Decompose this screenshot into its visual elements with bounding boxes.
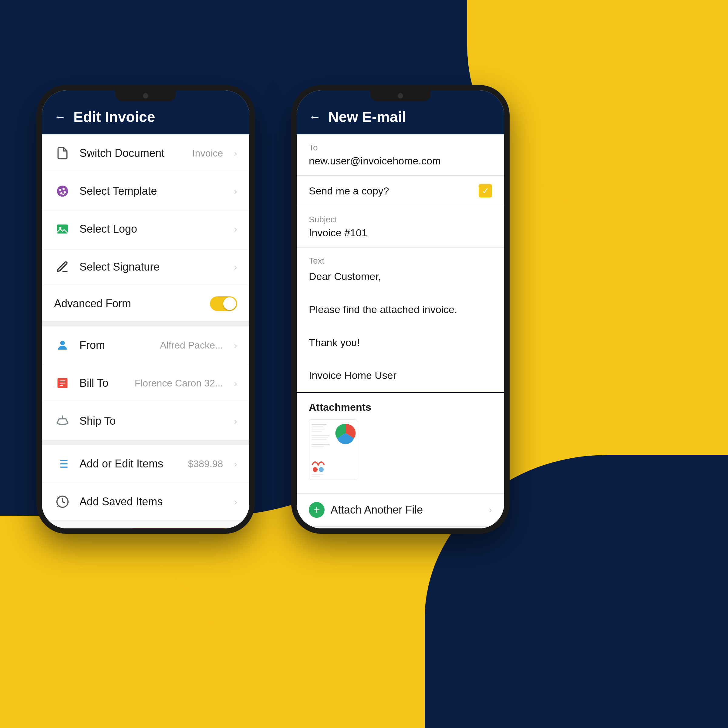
add-edit-items-value: $389.98 [188,458,223,470]
advanced-form-label: Advanced Form [54,297,210,310]
add-edit-items-label: Add or Edit Items [80,457,180,470]
send-btn-container: ▶ Send E-mail [297,526,504,528]
bill-to-value: Florence Caron 32... [135,378,223,389]
svg-point-7 [60,341,65,345]
menu-item-add-edit-items[interactable]: Add or Edit Items $389.98 › [42,445,249,483]
notch-right [370,90,431,101]
camera-left [143,93,148,99]
menu-item-select-logo[interactable]: Select Logo › [42,210,249,248]
copy-checkbox[interactable]: ✓ [479,184,492,197]
notch-left [115,90,176,101]
from-label: From [80,339,151,352]
chevron-icon: › [234,458,237,470]
history-icon [54,493,71,510]
right-phone-title: New E-mail [328,109,406,125]
image-icon [54,220,71,237]
chevron-icon: › [234,340,237,351]
save-row: ✓ Save Invoice [42,521,249,528]
chevron-icon: › [234,378,237,389]
select-template-label: Select Template [80,185,223,197]
menu-item-ship-to[interactable]: Ship To › [42,402,249,440]
copy-field-group: Send me a copy? ✓ [297,176,504,206]
subject-value[interactable]: Invoice #101 [309,227,492,239]
section-divider-1 [42,321,249,326]
email-body: To new.user@invoicehome.com Send me a co… [297,135,504,528]
doc-icon [54,145,71,162]
svg-rect-30 [312,444,330,445]
svg-rect-26 [312,431,322,432]
chevron-icon: › [234,223,237,235]
text-label: Text [309,256,492,266]
svg-rect-28 [312,437,328,438]
svg-rect-35 [312,474,324,475]
subject-field-group: Subject Invoice #101 [297,206,504,248]
toggle-knob [223,297,236,310]
chevron-icon: › [234,496,237,508]
advanced-form-toggle[interactable] [210,296,237,311]
section-divider-2 [42,440,249,445]
attach-plus-icon: + [309,502,324,518]
svg-rect-27 [312,435,330,436]
attachments-label: Attachments [309,401,492,413]
ship-to-label: Ship To [80,414,223,427]
menu-item-bill-to[interactable]: Bill To Florence Caron 32... › [42,364,249,402]
advanced-form-row: Advanced Form [42,286,249,321]
camera-right [398,93,403,99]
back-button-left[interactable]: ← [54,110,66,124]
svg-rect-25 [312,428,325,430]
attach-chevron-icon: › [489,504,492,515]
svg-point-33 [313,467,318,472]
svg-rect-36 [312,476,321,477]
menu-item-switch-document[interactable]: Switch Document Invoice › [42,135,249,172]
attachment-thumbnail[interactable] [309,419,357,480]
svg-point-1 [59,189,61,191]
svg-rect-31 [312,446,324,447]
palette-icon [54,183,71,200]
person-icon [54,337,71,354]
menu-item-select-template[interactable]: Select Template › [42,172,249,210]
bill-icon [54,375,71,392]
attachments-section: Attachments [297,393,504,493]
left-phone: ← Edit Invoice Switch Document Invoice › [37,85,255,534]
email-text-content: Dear Customer, Please find the attached … [309,268,492,384]
svg-point-2 [63,188,64,190]
select-signature-label: Select Signature [80,260,223,273]
svg-rect-23 [312,424,327,425]
to-field-group: To new.user@invoicehome.com [297,135,504,176]
attach-another-label: Attach Another File [330,503,480,516]
menu-item-select-signature[interactable]: Select Signature › [42,248,249,286]
switch-document-label: Switch Document [80,147,184,159]
email-text-area[interactable]: Text Dear Customer, Please find the atta… [297,248,504,393]
left-menu-list: Switch Document Invoice › [42,135,249,528]
add-saved-items-label: Add Saved Items [80,496,223,508]
copy-label: Send me a copy? [309,185,389,197]
svg-point-0 [57,186,68,197]
svg-rect-24 [312,427,324,427]
right-phone: ← New E-mail To new.user@invoicehome.com… [291,85,509,534]
ship-icon [54,413,71,430]
svg-point-3 [64,191,66,193]
menu-item-from[interactable]: From Alfred Packe... › [42,326,249,364]
menu-item-add-saved-items[interactable]: Add Saved Items › [42,483,249,521]
select-logo-label: Select Logo [80,223,223,236]
to-value[interactable]: new.user@invoicehome.com [309,155,492,167]
pen-icon [54,258,71,275]
chevron-icon: › [234,262,237,273]
svg-point-34 [319,467,324,472]
svg-point-4 [60,192,63,194]
chevron-icon: › [234,416,237,427]
bill-to-label: Bill To [80,377,126,390]
attach-another-row[interactable]: + Attach Another File › [297,493,504,526]
chevron-icon: › [234,186,237,197]
subject-label: Subject [309,215,492,225]
list-icon [54,455,71,472]
to-label: To [309,143,492,153]
svg-rect-29 [312,439,327,440]
chevron-icon: › [234,148,237,159]
left-phone-title: Edit Invoice [73,109,155,125]
switch-document-value: Invoice [192,148,223,159]
back-button-right[interactable]: ← [309,110,321,124]
from-value: Alfred Packe... [160,340,223,351]
